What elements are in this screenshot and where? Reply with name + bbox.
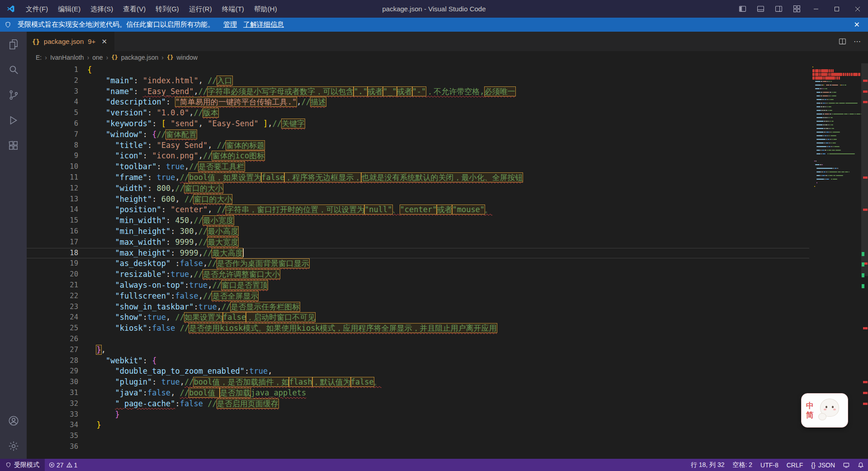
code-line[interactable]: 14 "position": "center", //字符串，窗口打开时的位置，… [27, 205, 809, 215]
json-symbol-icon: {} [167, 54, 173, 61]
close-button[interactable] [847, 0, 868, 18]
code-line[interactable]: 13 "height": 600, //窗口的大小 [27, 194, 809, 205]
more-actions-icon[interactable]: ⋯ [854, 37, 861, 46]
menu-go[interactable]: 转到(G) [151, 0, 184, 18]
breadcrumb-file[interactable]: package.json [121, 54, 159, 61]
chevron-right-icon: › [161, 54, 164, 61]
source-control-icon[interactable] [0, 82, 27, 108]
code-line[interactable]: 12 "width": 800,//窗口的大小 [27, 183, 809, 194]
code-line[interactable]: 2 "main": "index.html", //入口 [27, 76, 809, 86]
banner-close-icon[interactable]: ✕ [850, 20, 863, 29]
settings-gear-icon[interactable] [0, 433, 27, 459]
indentation-status[interactable]: 空格: 2 [728, 459, 756, 471]
menu-file[interactable]: 文件(F) [21, 0, 53, 18]
line-number: 30 [27, 377, 87, 388]
toggle-secondary-sidebar-icon[interactable] [769, 0, 788, 18]
code-line[interactable]: 27 }, [27, 345, 809, 356]
scrollbar-thumb[interactable] [861, 63, 868, 276]
code-line[interactable]: 18 "max_height": 9999,//最大高度 [27, 248, 809, 259]
code-line[interactable]: 24 "show":true, //如果设置为false，启动时窗口不可见 [27, 312, 809, 323]
text-cursor [243, 248, 244, 257]
code-line[interactable]: 31 "java":false, //bool值 是否加载java_applet… [27, 388, 809, 399]
screen-reader-icon[interactable] [839, 459, 854, 471]
code-line[interactable]: 21 "always-on-top":true,//窗口是否置顶 [27, 280, 809, 291]
encoding-status[interactable]: UTF-8 [756, 459, 783, 471]
split-editor-icon[interactable] [839, 38, 846, 45]
code-line[interactable]: 20 "resizable":true,//是否允许调整窗口大小 [27, 269, 809, 280]
ime-mode-label: 中 [806, 401, 814, 410]
overview-ruler[interactable] [861, 63, 868, 459]
breadcrumb-symbol[interactable]: window [176, 54, 198, 61]
code-line[interactable]: 10 "toolbar": true,//是否要工具栏 [27, 162, 809, 172]
code-line[interactable]: 36 [27, 442, 809, 452]
run-debug-icon[interactable] [0, 108, 27, 133]
menu-view[interactable]: 查看(V) [118, 0, 151, 18]
eol-status[interactable]: CRLF [783, 459, 807, 471]
code-line[interactable]: 23 "show_in_taskbar":true,//是否显示任务栏图标 [27, 302, 809, 313]
account-icon[interactable] [0, 408, 27, 433]
restricted-mode-label: 受限模式 [14, 461, 39, 469]
code-line[interactable]: 32 " page-cache":false //是否启用页面缓存 [27, 399, 809, 409]
code-line[interactable]: 3 "name": "Easy_Send",//字符串必须是小写字母或者数字，可… [27, 86, 809, 97]
code-line[interactable]: 4 "description": "简单易用的一键跨平台传输工具.",//描述 [27, 97, 809, 108]
tab-close-icon[interactable]: ✕ [99, 37, 109, 47]
tab-package-json[interactable]: {} package.json 9+ ✕ [27, 32, 114, 51]
code-line[interactable]: 7 "window": {//窗体配置 [27, 129, 809, 140]
code-line[interactable]: 22 "fullscreen":false,//是否全屏显示 [27, 291, 809, 302]
code-line[interactable]: 15 "min_width": 450,//最小宽度 [27, 215, 809, 226]
menu-help[interactable]: 帮助(H) [249, 0, 282, 18]
minimize-button[interactable] [806, 0, 826, 18]
code-line[interactable]: 17 "max_width": 9999,//最大宽度 [27, 237, 809, 248]
code-line[interactable]: 19 "as_desktop" :false,//是否作为桌面背景窗口显示 [27, 258, 809, 269]
code-line[interactable]: 11 "frame": true,//bool值，如果设置为false，程序将无… [27, 172, 809, 183]
breadcrumb-folder-2[interactable]: one [92, 54, 103, 61]
manage-link[interactable]: 管理 [223, 20, 237, 29]
toggle-sidebar-icon[interactable] [733, 0, 751, 18]
line-number: 5 [27, 108, 87, 119]
breadcrumb-folder-1[interactable]: IvanHanloth [50, 54, 84, 61]
code-line[interactable]: 25 "kiosk":false //是否使用kiosk模式。如果使用kiosk… [27, 323, 809, 334]
code-line[interactable]: 8 "title": "Easy Send", //窗体的标题 [27, 140, 809, 151]
code-editor[interactable]: 1{2 "main": "index.html", //入口3 "name": … [27, 63, 868, 459]
cursor-position-status[interactable]: 行 18, 列 32 [687, 459, 729, 471]
explorer-icon[interactable] [0, 32, 27, 57]
customize-layout-icon[interactable] [788, 0, 806, 18]
line-number: 27 [27, 345, 87, 356]
code-line[interactable]: 35 [27, 431, 809, 442]
minimap-line [811, 80, 861, 83]
menu-edit[interactable]: 编辑(E) [53, 0, 85, 18]
breadcrumb-drive[interactable]: E: [36, 54, 42, 61]
code-line[interactable]: 5 "version": "1.0.0",//版本 [27, 108, 809, 119]
menu-terminal[interactable]: 终端(T) [217, 0, 249, 18]
minimap[interactable] [811, 65, 861, 195]
restricted-mode-status[interactable]: 受限模式 [0, 459, 45, 471]
learn-more-link[interactable]: 了解详细信息 [243, 20, 284, 29]
code-line[interactable]: 33 } [27, 409, 809, 420]
menu-selection[interactable]: 选择(S) [85, 0, 118, 18]
warning-count: 1 [74, 461, 78, 469]
menu-bar: 文件(F) 编辑(E) 选择(S) 查看(V) 转到(G) 运行(R) 终端(T… [21, 0, 282, 18]
code-line[interactable]: 6 "keywords": [ "send", "Easy-Send" ],//… [27, 119, 809, 129]
search-icon[interactable] [0, 57, 27, 82]
menu-run[interactable]: 运行(R) [184, 0, 217, 18]
line-number: 11 [27, 172, 87, 183]
minimap-line [811, 109, 861, 112]
code-line[interactable]: 9 "icon": "icon.png",//窗体的ico图标 [27, 151, 809, 162]
notifications-bell-icon[interactable] [854, 459, 868, 471]
code-line[interactable]: 34 } [27, 420, 809, 431]
line-number: 23 [27, 302, 87, 313]
code-line[interactable]: 30 "plugin": true,//bool值，是否加载插件，如flash，… [27, 377, 809, 388]
language-mode-status[interactable]: {} JSON [807, 459, 839, 471]
minimap-line [811, 119, 861, 123]
problems-status[interactable]: 27 1 [45, 459, 81, 471]
code-line[interactable]: 26 [27, 334, 809, 345]
code-line[interactable]: 28 "webkit": { [27, 356, 809, 366]
code-line[interactable]: 16 "min_height": 300,//最小高度 [27, 226, 809, 237]
code-line[interactable]: 29 "double_tap_to_zoom_enabled":true, [27, 366, 809, 377]
ime-widget[interactable]: 中 简 [801, 393, 848, 428]
json-file-icon: {} [32, 38, 40, 45]
extensions-icon[interactable] [0, 133, 27, 158]
maximize-button[interactable] [826, 0, 847, 18]
toggle-panel-icon[interactable] [751, 0, 769, 18]
code-line[interactable]: 1{ [27, 65, 809, 76]
